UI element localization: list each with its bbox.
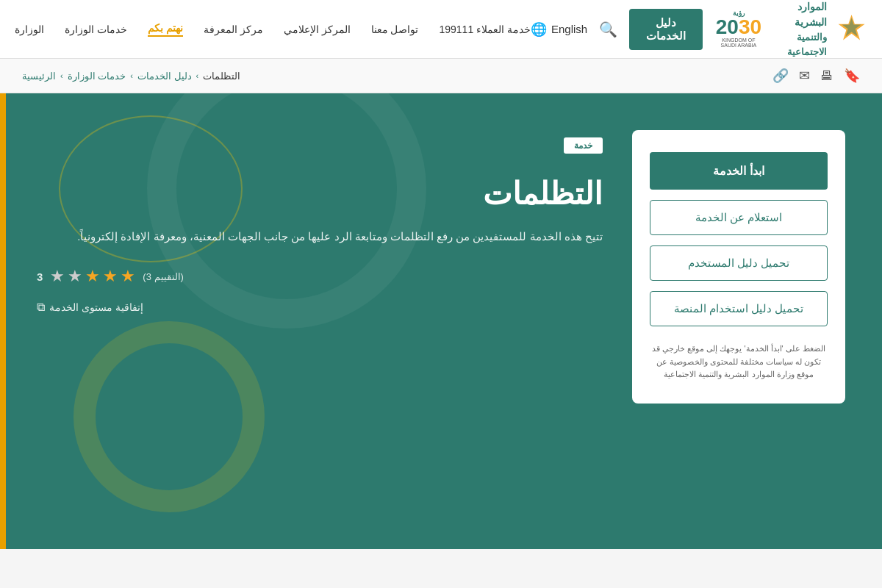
toolbar-icons: 🔗 ✉ 🖶 🔖 [772, 68, 860, 84]
service-description: تتيح هذه الخدمة للمستفيدين من رفع التظلم… [37, 226, 603, 246]
language-selector[interactable]: English 🌐 [531, 21, 587, 37]
external-link-icon: ⧉ [37, 301, 45, 314]
star-4[interactable]: ★ [103, 267, 118, 286]
star-1[interactable]: ★ [50, 267, 65, 286]
main-nav: الوزارة خدمات الوزارة نهتم بكم مركز المع… [15, 22, 531, 37]
logo-section: الموارد البشرية والتنمية الاجتماعية [775, 0, 867, 59]
star-5[interactable]: ★ [121, 267, 135, 286]
ministry-star-icon [836, 7, 867, 51]
site-header: الموارد البشرية والتنمية الاجتماعية رؤية… [0, 0, 882, 59]
breadcrumb-current: التظلمات [203, 71, 240, 82]
nav-item-services[interactable]: خدمات الوزارة [65, 24, 127, 35]
search-button[interactable]: 🔍 [599, 21, 617, 38]
star-2[interactable]: ★ [68, 267, 82, 286]
globe-icon: 🌐 [531, 21, 547, 37]
action-card: ابدأ الخدمة استعلام عن الخدمة تحميل دليل… [632, 130, 845, 404]
card-disclaimer: الضغط على 'ابدأ الخدمة' يوجهك إلى موقع خ… [650, 343, 828, 381]
nav-item-ministry[interactable]: الوزارة [15, 24, 44, 35]
user-guide-button[interactable]: تحميل دليل المستخدم [650, 245, 828, 281]
header-right: الموارد البشرية والتنمية الاجتماعية رؤية… [531, 0, 867, 59]
nav-item-care[interactable]: نهتم بكم [148, 22, 183, 37]
page-title: التظلمات [37, 176, 603, 212]
breadcrumb: الرئيسية › خدمات الوزارة › دليل الخدمات … [22, 71, 240, 82]
nav-item-customer-service[interactable]: خدمة العملاء 199111 [439, 24, 531, 35]
email-icon[interactable]: ✉ [799, 68, 810, 84]
breadcrumb-services-guide[interactable]: دليل الخدمات [137, 71, 192, 82]
ministry-name: الموارد البشرية والتنمية الاجتماعية [775, 0, 827, 59]
nav-item-contact[interactable]: تواصل معنا [371, 24, 419, 35]
rating-number: 3 [37, 270, 43, 283]
main-content: ابدأ الخدمة استعلام عن الخدمة تحميل دليل… [0, 93, 882, 549]
start-service-button[interactable]: ابدأ الخدمة [650, 152, 828, 190]
orange-accent-bar [0, 93, 6, 549]
services-guide-button[interactable]: دليل الخدمات [629, 9, 703, 50]
breadcrumb-sep-3: › [196, 71, 199, 80]
breadcrumb-home[interactable]: الرئيسية [22, 71, 56, 82]
sla-link[interactable]: إتفاقية مستوى الخدمة ⧉ [37, 301, 603, 314]
print-icon[interactable]: 🖶 [820, 68, 833, 84]
star-rating[interactable]: ★ ★ ★ ★ ★ [50, 267, 135, 286]
bookmark-icon[interactable]: 🔖 [844, 68, 860, 84]
vision-logo: رؤية 2030 KINGDOM OF SAUDI ARABIA [714, 10, 763, 48]
sla-label: إتفاقية مستوى الخدمة [49, 301, 143, 313]
share-icon[interactable]: 🔗 [772, 68, 789, 84]
nav-item-media[interactable]: المركز الإعلامي [284, 24, 351, 35]
service-type-badge: خدمة [564, 137, 603, 154]
breadcrumb-bar: 🔗 ✉ 🖶 🔖 الرئيسية › خدمات الوزارة › دليل … [0, 59, 882, 93]
nav-list: الوزارة خدمات الوزارة نهتم بكم مركز المع… [15, 22, 531, 37]
breadcrumb-ministry-services[interactable]: خدمات الوزارة [68, 71, 126, 82]
platform-guide-button[interactable]: تحميل دليل استخدام المنصة [650, 291, 828, 326]
search-icon: 🔍 [599, 21, 617, 37]
service-info: خدمة التظلمات تتيح هذه الخدمة للمستفيدين… [37, 123, 603, 314]
nav-item-knowledge[interactable]: مركز المعرفة [204, 24, 263, 35]
star-3[interactable]: ★ [85, 267, 100, 286]
inquiry-button[interactable]: استعلام عن الخدمة [650, 200, 828, 235]
rating-label: (التقييم 3) [143, 271, 184, 282]
language-label: English [551, 23, 587, 35]
breadcrumb-sep-1: › [60, 71, 63, 80]
rating-section: (التقييم 3) ★ ★ ★ ★ ★ 3 [37, 267, 603, 286]
breadcrumb-sep-2: › [130, 71, 133, 80]
